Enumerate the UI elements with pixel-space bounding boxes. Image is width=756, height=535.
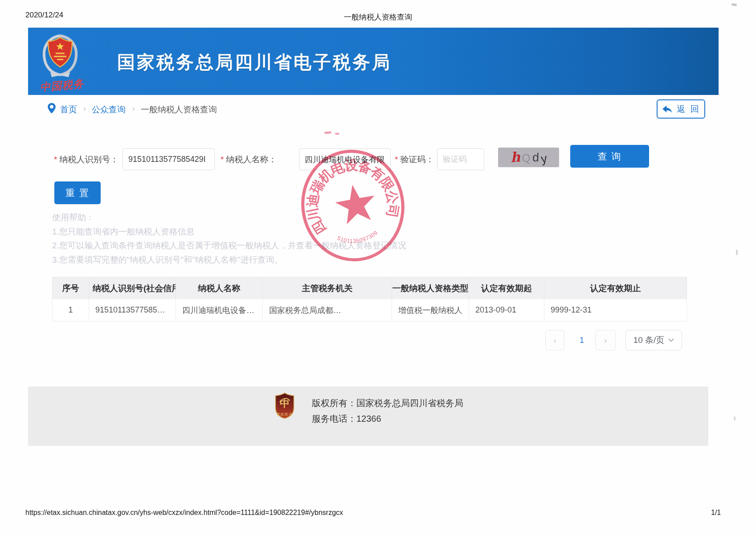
breadcrumb-home[interactable]: 首页 xyxy=(60,104,77,115)
captcha-char: y xyxy=(540,152,548,165)
required-mark: * xyxy=(395,155,398,164)
cell-valid-to: 9999-12-31 xyxy=(544,299,687,321)
back-button[interactable]: 返 回 xyxy=(657,99,705,119)
cell-valid-from: 2013-09-01 xyxy=(469,299,544,321)
captcha-char: h xyxy=(510,150,521,164)
captcha-image[interactable]: h Q d y xyxy=(498,148,559,167)
scanned-tax-query-page: 2020/12/24 一般纳税人资格查询 中国税务 国家税务总局四川省电子税务局… xyxy=(0,0,756,535)
copyright-text: 版权所有：国家税务总局四川省税务局 xyxy=(312,397,463,409)
help-line: 1.您只能查询省内一般纳税人资格信息 xyxy=(52,225,406,239)
scan-artifact xyxy=(734,416,736,420)
site-banner: 中国税务 国家税务总局四川省电子税务局 xyxy=(28,28,719,95)
usage-help: 使用帮助： 1.您只能查询省内一般纳税人资格信息 2.您可以输入查询条件查询纳税… xyxy=(52,210,406,267)
tax-emblem-icon xyxy=(40,33,81,78)
site-title: 国家税务总局四川省电子税务局 xyxy=(117,50,392,74)
breadcrumb-current: 一般纳税人资格查询 xyxy=(141,104,217,115)
emblem-caption: 中国税务 xyxy=(31,76,93,95)
col-header-valid-to: 认定有效期止 xyxy=(544,277,687,299)
captcha-label: *验证码： xyxy=(395,154,434,165)
back-button-label: 返 回 xyxy=(677,103,700,115)
seal-ink-smudge xyxy=(324,131,331,134)
breadcrumb-public-query[interactable]: 公众查询 xyxy=(92,104,126,115)
cell-seq: 1 xyxy=(52,299,89,321)
captcha-input[interactable] xyxy=(437,148,484,170)
col-header-seq: 序号 xyxy=(52,277,89,299)
breadcrumb-separator: › xyxy=(132,104,135,113)
col-header-taxpayer-id: 纳税人识别号(社会信用 xyxy=(89,277,176,299)
pagination-page-1[interactable]: 1 xyxy=(573,330,591,350)
col-header-valid-from: 认定有效期起 xyxy=(469,277,544,299)
required-mark: * xyxy=(54,155,57,164)
captcha-char: Q xyxy=(521,152,531,164)
required-mark: * xyxy=(221,155,224,164)
col-header-taxpayer-name: 纳税人名称 xyxy=(176,277,263,299)
results-table: 序号 纳税人识别号(社会信用 纳税人名称 主管税务机关 一般纳税人资格类型 认定… xyxy=(52,277,687,321)
print-page-number: 1/1 xyxy=(711,509,721,517)
cell-qualification-type: 增值税一般纳税人 xyxy=(392,299,469,321)
government-badge-icon: 中 党政机关 xyxy=(274,392,295,419)
badge-label: 党政机关 xyxy=(277,412,293,416)
seal-ink-smudge xyxy=(335,133,339,135)
pagination-next-button[interactable]: › xyxy=(595,330,616,350)
taxpayer-id-label: *纳税人识别号： xyxy=(54,154,119,165)
help-title: 使用帮助： xyxy=(52,210,406,225)
chevron-down-icon xyxy=(668,338,674,342)
cell-tax-authority: 国家税务总局成都… xyxy=(263,299,392,321)
print-page-title: 一般纳税人资格查询 xyxy=(0,12,756,22)
page-size-select[interactable]: 10 条/页 xyxy=(625,330,682,350)
taxpayer-name-label: *纳税人名称： xyxy=(221,154,277,165)
page-footer: 中 党政机关 版权所有：国家税务总局四川省税务局 服务电话：12366 xyxy=(28,387,708,446)
table-header-row: 序号 纳税人识别号(社会信用 纳税人名称 主管税务机关 一般纳税人资格类型 认定… xyxy=(52,277,687,299)
col-header-qualification-type: 一般纳税人资格类型 xyxy=(392,277,469,299)
print-url: https://etax.sichuan.chinatax.gov.cn/yhs… xyxy=(25,509,343,517)
taxpayer-name-input[interactable] xyxy=(299,148,391,170)
page-size-value: 10 条/页 xyxy=(633,334,665,346)
table-row: 1 91510113577585… 四川迪瑞机电设备… 国家税务总局成都… 增值… xyxy=(52,299,687,321)
location-pin-icon xyxy=(47,103,56,114)
back-arrow-icon xyxy=(662,104,673,114)
scan-artifact xyxy=(736,250,738,255)
reset-button[interactable]: 重 置 xyxy=(54,181,101,204)
cell-taxpayer-id: 91510113577585… xyxy=(89,299,176,321)
breadcrumb-separator: › xyxy=(83,104,86,113)
help-line: 3.您需要填写完整的"纳税人识别号"和"纳税人名称"进行查询。 xyxy=(52,253,406,267)
col-header-tax-authority: 主管税务机关 xyxy=(263,277,392,299)
help-line: 2.您可以输入查询条件查询纳税人是否属于增值税一般纳税人，并查看一般纳税人资格登… xyxy=(52,239,406,253)
query-button[interactable]: 查 询 xyxy=(570,145,649,168)
taxpayer-id-input[interactable] xyxy=(123,148,215,170)
scan-artifact xyxy=(731,3,737,6)
cell-taxpayer-name: 四川迪瑞机电设备… xyxy=(176,299,263,321)
service-phone: 服务电话：12366 xyxy=(312,413,381,425)
captcha-char: d xyxy=(532,151,539,164)
pagination-prev-button[interactable]: ‹ xyxy=(545,330,564,350)
